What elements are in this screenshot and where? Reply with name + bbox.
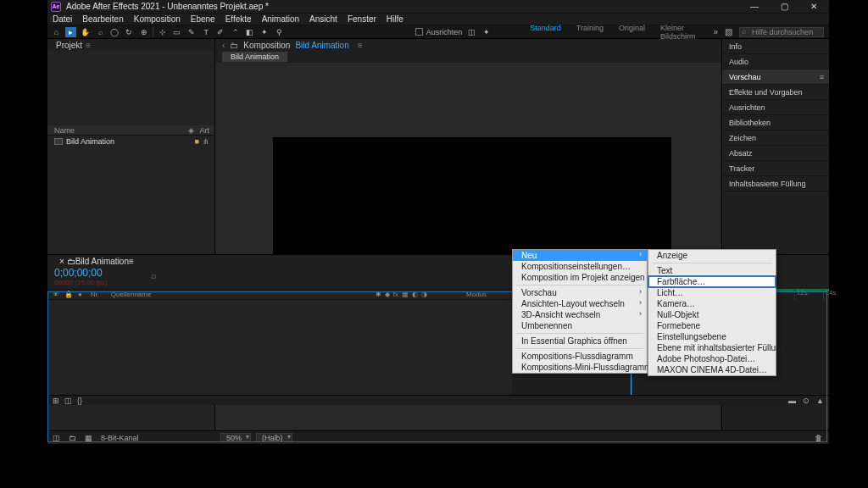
col-name[interactable]: Name bbox=[54, 126, 184, 135]
menu-ansicht[interactable]: Ansicht bbox=[309, 14, 337, 24]
orbit-tool-icon[interactable]: ◯ bbox=[109, 27, 120, 37]
clone-tool-icon[interactable]: ⌃ bbox=[230, 27, 241, 37]
help-search-input[interactable]: Hilfe durchsuchen bbox=[739, 27, 824, 37]
trash-icon[interactable]: 🗑 bbox=[815, 434, 829, 442]
col-source-name[interactable]: Quellenname bbox=[108, 291, 218, 298]
rotate-tool-icon[interactable]: ↻ bbox=[124, 27, 135, 37]
comp-head-name[interactable]: Bild Animation bbox=[295, 41, 348, 50]
project-item[interactable]: Bild Animation ■⋔ bbox=[47, 136, 214, 147]
folder-icon[interactable]: 🗀 bbox=[69, 434, 76, 442]
menu-fenster[interactable]: Fenster bbox=[348, 14, 376, 24]
ctx-inhaltsbasiert[interactable]: Ebene mit inhaltsbasierter Füllung… bbox=[648, 342, 776, 353]
panel-absatz[interactable]: Absatz bbox=[722, 146, 829, 161]
text-tool-icon[interactable]: T bbox=[201, 27, 212, 37]
ctx-vorschau[interactable]: Vorschau bbox=[513, 287, 647, 298]
home-icon[interactable]: ⌂ bbox=[51, 27, 62, 37]
zoom-in-icon[interactable]: ▲ bbox=[816, 396, 824, 405]
ctx-3d-ansicht[interactable]: 3D-Ansicht wechseln bbox=[513, 309, 647, 320]
panel-vorschau[interactable]: Vorschau bbox=[722, 69, 829, 85]
ctx-anzeige[interactable]: Anzeige bbox=[648, 250, 776, 261]
anchor-tool-icon[interactable]: ⊹ bbox=[157, 27, 168, 37]
ctx-essential-graphics[interactable]: In Essential Graphics öffnen bbox=[513, 336, 647, 347]
ctx-flussdiagramm[interactable]: Kompositions-Flussdiagramm bbox=[513, 351, 647, 362]
ctx-null[interactable]: Null-Objekt bbox=[648, 309, 776, 320]
camera-tool-icon[interactable]: ⊕ bbox=[138, 27, 149, 37]
toggle-brackets-icon[interactable]: {} bbox=[77, 396, 82, 405]
ctx-neu[interactable]: Neu bbox=[513, 250, 647, 261]
ctx-licht[interactable]: Licht… bbox=[648, 287, 776, 298]
layer-list[interactable] bbox=[47, 300, 512, 395]
ctx-mini-flussdiagramm[interactable]: Kompositions-Mini-Flussdiagramm bbox=[513, 362, 647, 373]
flow-icon[interactable]: ⋔ bbox=[203, 137, 209, 146]
zoom-tool-icon[interactable]: ⌕ bbox=[95, 27, 106, 37]
overflow-icon[interactable]: » bbox=[714, 27, 719, 36]
col-mode[interactable]: Modus bbox=[466, 291, 487, 298]
toggle-modes-icon[interactable]: ◫ bbox=[64, 396, 72, 405]
switch-icon[interactable]: ✱ bbox=[376, 291, 381, 298]
roto-tool-icon[interactable]: ✦ bbox=[259, 27, 270, 37]
switch-icon6[interactable]: ◑ bbox=[421, 291, 427, 298]
panel-bibliotheken[interactable]: Bibliotheken bbox=[722, 115, 829, 130]
resolution-dropdown[interactable]: (Halb) bbox=[256, 433, 292, 442]
ctx-kamera[interactable]: Kamera… bbox=[648, 298, 776, 309]
selection-tool-icon[interactable]: ▸ bbox=[65, 27, 76, 37]
eye-col-icon[interactable]: 👁 bbox=[53, 291, 59, 298]
menu-hilfe[interactable]: Hilfe bbox=[387, 14, 403, 24]
col-type[interactable]: Art bbox=[199, 126, 209, 135]
ctx-einstellungsebene[interactable]: Einstellungsebene bbox=[648, 331, 776, 342]
close-button[interactable]: ✕ bbox=[810, 2, 817, 11]
panel-zeichen[interactable]: Zeichen bbox=[722, 130, 829, 146]
label-color-icon[interactable]: ■ bbox=[195, 137, 199, 146]
ctx-text[interactable]: Text bbox=[648, 265, 776, 276]
hand-tool-icon[interactable]: ✋ bbox=[80, 27, 91, 37]
eraser-tool-icon[interactable]: ◧ bbox=[244, 27, 255, 37]
snap-checkbox[interactable] bbox=[415, 28, 423, 36]
panel-effekte[interactable]: Effekte und Vorgaben bbox=[722, 85, 829, 100]
switch-icon2[interactable]: ◆ bbox=[385, 291, 390, 298]
puppet-tool-icon[interactable]: ⚲ bbox=[274, 27, 285, 37]
shy-col-icon[interactable]: ● bbox=[78, 291, 82, 298]
menu-bearbeiten[interactable]: Bearbeiten bbox=[82, 14, 123, 24]
interpret-icon[interactable]: ◫ bbox=[53, 434, 60, 442]
ctx-farbflaeche[interactable]: Farbfläche… bbox=[648, 276, 776, 287]
snap-opt1-icon[interactable]: ◫ bbox=[465, 27, 477, 37]
ctx-komp-einstellungen[interactable]: Kompositionseinstellungen… bbox=[513, 261, 647, 272]
panel-info[interactable]: Info bbox=[722, 39, 829, 54]
menu-ebene[interactable]: Ebene bbox=[191, 14, 215, 24]
panel-ausrichten[interactable]: Ausrichten bbox=[722, 100, 829, 115]
switch-icon5[interactable]: ◐ bbox=[412, 291, 418, 298]
timeline-search-icon[interactable]: ⌕ bbox=[151, 270, 157, 280]
lock-col-icon[interactable]: 🔒 bbox=[64, 291, 73, 298]
menu-effekte[interactable]: Effekte bbox=[225, 14, 252, 24]
toggle-switches-icon[interactable]: ⊞ bbox=[53, 396, 59, 405]
ctx-komp-anzeigen[interactable]: Komposition im Projekt anzeigen bbox=[513, 272, 647, 283]
workspace-training[interactable]: Training bbox=[576, 24, 604, 41]
workspace-original[interactable]: Original bbox=[619, 24, 645, 41]
switch-icon3[interactable]: fx bbox=[393, 291, 398, 298]
workspace-standard[interactable]: Standard bbox=[530, 24, 561, 41]
shape-tool-icon[interactable]: ▭ bbox=[171, 27, 182, 37]
menu-komposition[interactable]: Komposition bbox=[134, 14, 181, 24]
zoom-dropdown[interactable]: 50% bbox=[220, 433, 251, 442]
brush-tool-icon[interactable]: ✐ bbox=[215, 27, 226, 37]
menu-datei[interactable]: Datei bbox=[53, 14, 72, 24]
zoom-out-icon[interactable]: ▬ bbox=[788, 396, 796, 405]
composition-tab[interactable]: Bild Animation bbox=[222, 52, 287, 62]
ctx-cinema4d[interactable]: MAXON CINEMA 4D-Datei… bbox=[648, 364, 776, 375]
pen-tool-icon[interactable]: ✎ bbox=[186, 27, 197, 37]
label-icon[interactable]: ◈ bbox=[188, 126, 194, 135]
bpc-toggle[interactable]: 8-Bit-Kanal bbox=[101, 434, 139, 442]
maximize-button[interactable]: ▢ bbox=[781, 2, 788, 11]
ctx-umbenennen[interactable]: Umbenennen bbox=[513, 320, 647, 331]
new-comp-icon[interactable]: ▦ bbox=[85, 434, 92, 442]
ctx-formebene[interactable]: Formebene bbox=[648, 320, 776, 331]
zoom-slider[interactable]: ⊙ bbox=[803, 396, 810, 405]
panel-tracker[interactable]: Tracker bbox=[722, 161, 829, 176]
panel-fullung[interactable]: Inhaltsbasierte Füllung bbox=[722, 176, 829, 191]
panel-audio[interactable]: Audio bbox=[722, 54, 829, 69]
workspace-kleiner[interactable]: Kleiner Bildschirm bbox=[660, 24, 710, 41]
project-tab[interactable]: Projekt≡ bbox=[47, 39, 214, 51]
ctx-ansichten[interactable]: Ansichten-Layout wechseln bbox=[513, 298, 647, 309]
snap-opt2-icon[interactable]: ✦ bbox=[481, 27, 492, 37]
panel-icon[interactable]: ▧ bbox=[725, 27, 732, 36]
